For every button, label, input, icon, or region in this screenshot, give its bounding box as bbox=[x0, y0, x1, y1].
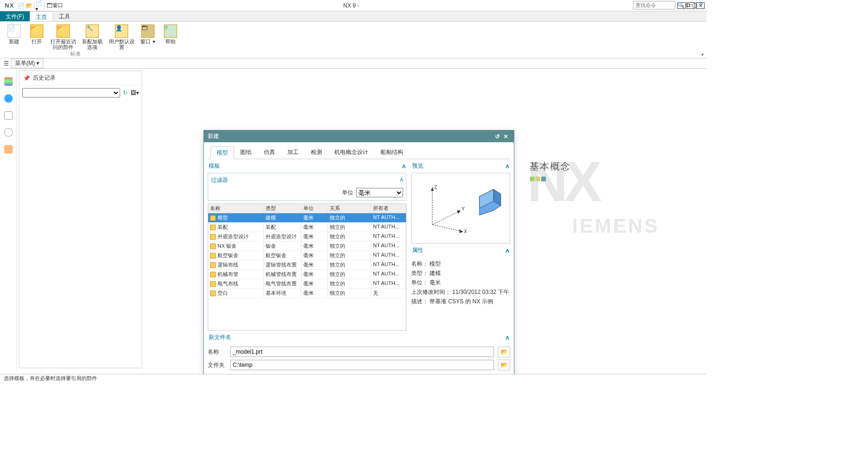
col-owner[interactable]: 所有者 bbox=[371, 204, 406, 213]
newfile-folder-row: 文件夹 📂 bbox=[208, 359, 510, 371]
history-panel: 📌历史记录 ↻ 🖼▾ bbox=[19, 71, 142, 368]
sidebar-doc-icon[interactable] bbox=[4, 111, 13, 120]
filter-box: 过滤器ʌ 单位 毫米 bbox=[208, 173, 406, 201]
search-icon[interactable]: 🔍 bbox=[677, 2, 684, 8]
col-type[interactable]: 类型 bbox=[264, 204, 301, 213]
main-area: 📌历史记录 ↻ 🖼▾ NX 基本概念 IEMENS 新建 ↺ ✕ 模型 图纸 仿… bbox=[0, 69, 706, 370]
dialog-title: 新建 bbox=[208, 132, 493, 140]
dialog-reset-icon[interactable]: ↺ bbox=[493, 133, 502, 140]
refresh-icon[interactable]: ↻ bbox=[123, 89, 128, 96]
dlg-tab-drawing[interactable]: 图纸 bbox=[234, 146, 258, 159]
window-label[interactable]: 窗口 bbox=[53, 2, 63, 9]
tab-tools[interactable]: 工具 bbox=[53, 11, 76, 21]
pin-icon[interactable]: 📌 bbox=[23, 75, 30, 81]
svg-line-4 bbox=[432, 211, 461, 225]
user-defaults-button[interactable]: 👤用户默认设置 bbox=[107, 24, 136, 56]
open-recent-button[interactable]: 📂打开最近访问的部件 bbox=[49, 24, 77, 56]
help-icon[interactable]: ? bbox=[699, 2, 703, 8]
table-row[interactable]: 模型建模毫米独立的NT AUTH... bbox=[208, 213, 406, 223]
sidebar-history-icon[interactable] bbox=[4, 77, 13, 86]
new-button[interactable]: 📄新建 bbox=[4, 24, 24, 56]
restore-icon[interactable]: ⧉ bbox=[686, 2, 690, 8]
dlg-tab-mechatronics[interactable]: 机电概念设计 bbox=[328, 146, 374, 159]
menu-button[interactable]: 菜单(M) ▾ bbox=[11, 58, 43, 68]
unit-select[interactable]: 毫米 bbox=[356, 188, 403, 197]
svg-marker-7 bbox=[459, 229, 463, 233]
thumbnail-icon[interactable]: 🖼▾ bbox=[130, 89, 139, 96]
svg-text:Y: Y bbox=[462, 206, 465, 211]
preview-pane: Z X Y bbox=[411, 173, 510, 243]
window-title: NX 9 - bbox=[63, 2, 639, 9]
filename-input[interactable] bbox=[230, 347, 494, 357]
table-row[interactable]: 航空钣金航空钣金毫米独立的NT AUTH... bbox=[208, 251, 406, 260]
window-button[interactable]: 🗔窗口 ▾ bbox=[138, 24, 158, 56]
folder-input[interactable] bbox=[230, 360, 494, 370]
section-properties[interactable]: 属性ʌ bbox=[411, 243, 510, 257]
table-row[interactable]: 机械布管机械管线布置毫米独立的NT AUTH... bbox=[208, 270, 406, 279]
new-icon[interactable]: 📄 bbox=[17, 2, 24, 9]
command-search: 🔍 ⧉ ▢ ? bbox=[633, 1, 703, 9]
svg-text:X: X bbox=[464, 229, 467, 234]
section-preview[interactable]: 预览ʌ bbox=[411, 159, 510, 173]
table-row[interactable]: 逻辑布线逻辑管线布置毫米独立的NT AUTH... bbox=[208, 260, 406, 270]
watermark-text: 基本概念 bbox=[529, 160, 571, 184]
window-icon[interactable]: 🗔 bbox=[44, 2, 52, 9]
svg-marker-8 bbox=[457, 211, 461, 214]
ribbon-expand-icon[interactable]: ▾ bbox=[701, 52, 704, 57]
assembly-options-button[interactable]: 🔧装配加载选项 bbox=[79, 24, 105, 56]
new-dialog: 新建 ↺ ✕ 模型 图纸 仿真 加工 检测 机电概念设计 船舶结构 模板ʌ 过滤… bbox=[203, 130, 514, 382]
history-panel-title: 历史记录 bbox=[33, 74, 56, 82]
filter-title: 过滤器 bbox=[211, 176, 228, 184]
dialog-close-icon[interactable]: ✕ bbox=[502, 133, 510, 140]
chevron-up-icon: ʌ bbox=[506, 163, 509, 170]
dlg-tab-inspect[interactable]: 检测 bbox=[305, 146, 328, 159]
name-label: 名称 bbox=[208, 348, 227, 356]
titlebar: NX 📄 📂 📄▾ 🗔 窗口 NX 9 - SIEMENS — □ ✕ bbox=[0, 0, 706, 11]
open-icon[interactable]: 📂 bbox=[25, 2, 33, 9]
col-unit[interactable]: 单位 bbox=[301, 204, 328, 213]
dlg-tab-sim[interactable]: 仿真 bbox=[258, 146, 281, 159]
collapse-icon[interactable]: ▢ bbox=[692, 2, 698, 8]
table-row[interactable]: 空白基本环境毫米独立的无 bbox=[208, 289, 406, 298]
browse-name-button[interactable]: 📂 bbox=[498, 346, 510, 357]
sidebar-roles-icon[interactable] bbox=[4, 145, 13, 154]
section-templates[interactable]: 模板ʌ bbox=[208, 159, 406, 173]
chevron-up-icon: ʌ bbox=[506, 247, 509, 254]
sidebar-info-icon[interactable] bbox=[4, 94, 13, 103]
ribbon: 📄新建 📂打开 📂打开最近访问的部件 🔧装配加载选项 👤用户默认设置 🗔窗口 ▾… bbox=[0, 22, 706, 58]
save-icon[interactable]: 📄▾ bbox=[34, 2, 41, 9]
unit-label: 单位 bbox=[342, 189, 353, 197]
section-newfile[interactable]: 新文件名ʌ bbox=[208, 331, 510, 344]
col-relation[interactable]: 关系 bbox=[328, 204, 371, 213]
folder-label: 文件夹 bbox=[208, 361, 227, 369]
menu-icon: ☰ bbox=[4, 60, 9, 67]
table-row[interactable]: 装配装配毫米独立的NT AUTH... bbox=[208, 223, 406, 232]
preview-image: Z X Y bbox=[418, 178, 503, 239]
properties-pane: 名称： 模型 类型： 建模 单位： 毫米 上次修改时间： 11/30/2012 … bbox=[411, 257, 510, 306]
resource-bar bbox=[0, 69, 17, 370]
svg-marker-6 bbox=[431, 187, 434, 191]
chevron-up-icon[interactable]: ʌ bbox=[400, 176, 403, 184]
tab-file[interactable]: 文件(F) bbox=[0, 11, 30, 21]
help-button[interactable]: ?帮助 bbox=[160, 24, 181, 56]
table-row[interactable]: NX 钣金钣金毫米独立的NT AUTH... bbox=[208, 242, 406, 251]
table-row[interactable]: 电气布线电气管线布置毫米独立的NT AUTH... bbox=[208, 279, 406, 289]
tab-home[interactable]: 主页 bbox=[30, 11, 53, 21]
quick-access-toolbar: 📄 📂 📄▾ 🗔 窗口 bbox=[17, 2, 63, 9]
dlg-tab-ship[interactable]: 船舶结构 bbox=[374, 146, 409, 159]
menubar: ☰ 菜单(M) ▾ bbox=[0, 58, 706, 69]
open-button[interactable]: 📂打开 bbox=[26, 24, 47, 56]
template-table: 名称 类型 单位 关系 所有者 模型建模毫米独立的NT AUTH...装配装配毫… bbox=[208, 203, 406, 331]
search-input[interactable] bbox=[633, 1, 675, 9]
svg-text:Z: Z bbox=[434, 185, 437, 190]
col-name[interactable]: 名称 bbox=[208, 204, 264, 213]
dlg-tab-model[interactable]: 模型 bbox=[211, 146, 234, 159]
dlg-tab-mfg[interactable]: 加工 bbox=[281, 146, 305, 159]
table-row[interactable]: 外观造型设计外观造型设计毫米独立的NT AUTH... bbox=[208, 232, 406, 242]
history-select[interactable] bbox=[22, 88, 120, 97]
browse-folder-button[interactable]: 📂 bbox=[498, 359, 510, 371]
table-header: 名称 类型 单位 关系 所有者 bbox=[208, 204, 406, 213]
sidebar-clock-icon[interactable] bbox=[4, 128, 13, 137]
dialog-titlebar[interactable]: 新建 ↺ ✕ bbox=[204, 130, 514, 142]
dialog-tabs: 模型 图纸 仿真 加工 检测 机电概念设计 船舶结构 bbox=[208, 146, 510, 159]
